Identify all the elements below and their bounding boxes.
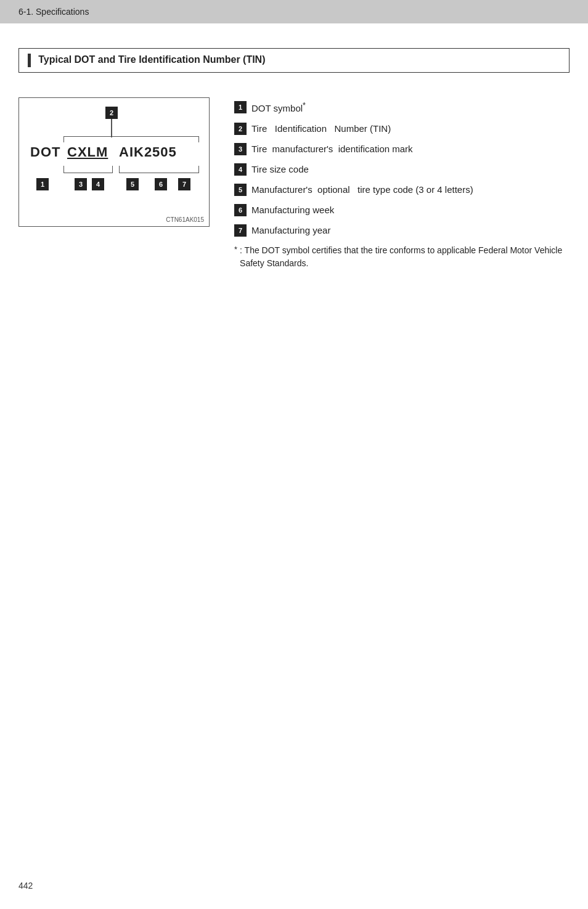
- footnote-star: *: [234, 245, 237, 254]
- footnote-text: : The DOT symbol certifies that the tire…: [240, 244, 570, 270]
- ctn-label: CTN61AK015: [166, 216, 204, 223]
- vert-line-2: [111, 119, 112, 137]
- badge-7: 7: [178, 178, 190, 190]
- badge-item-6: 6: [234, 204, 247, 216]
- badge-4: 4: [92, 178, 104, 190]
- list-text-3: Tire manufacturer's identification mark: [251, 142, 413, 155]
- section-title: Typical DOT and Tire Identification Numb…: [38, 54, 265, 65]
- list-text-7: Manufacturing year: [251, 224, 330, 237]
- list-item-7: 7 Manufacturing year: [234, 224, 570, 237]
- bracket-aik: [119, 166, 199, 173]
- footnote: * : The DOT symbol certifies that the ti…: [234, 244, 570, 270]
- page-number: 442: [18, 881, 33, 891]
- diagram-column: 2 DOT CXLM AIK2505 1 3: [18, 97, 216, 227]
- list-item-2: 2 Tire Identification Number (TIN): [234, 122, 570, 135]
- top-bracket: [63, 136, 199, 142]
- content-layout: 2 DOT CXLM AIK2505 1 3: [18, 97, 570, 270]
- badge-5: 5: [126, 178, 139, 190]
- list-item-5: 5 Manufacturer's optional tire type code…: [234, 183, 570, 196]
- list-item-1: 1 DOT symbol*: [234, 100, 570, 115]
- list-text-5: Manufacturer's optional tire type code (…: [251, 183, 473, 196]
- badge-1: 1: [36, 178, 49, 190]
- list-text-6: Manufacturing week: [251, 203, 334, 216]
- badge-item-1: 1: [234, 101, 247, 113]
- badge-item-3: 3: [234, 143, 247, 155]
- badge-6: 6: [155, 178, 167, 190]
- badge-item-4: 4: [234, 163, 247, 176]
- section-bar-accent: [28, 54, 31, 67]
- aik-label: AIK2505: [119, 144, 177, 160]
- breadcrumb: 6-1. Specifications: [18, 7, 89, 17]
- badge-3: 3: [75, 178, 87, 190]
- list-text-1: DOT symbol*: [251, 100, 306, 115]
- badge-item-5: 5: [234, 184, 247, 196]
- bracket-cxlm: [63, 166, 113, 173]
- list-item-6: 6 Manufacturing week: [234, 203, 570, 216]
- badge-2: 2: [105, 107, 118, 119]
- cxlm-label: CXLM: [67, 144, 108, 160]
- list-item-3: 3 Tire manufacturer's identification mar…: [234, 142, 570, 155]
- main-content: Typical DOT and Tire Identification Numb…: [0, 23, 588, 307]
- top-bar: 6-1. Specifications: [0, 0, 588, 23]
- dot-label: DOT: [30, 144, 60, 160]
- badge-item-2: 2: [234, 123, 247, 135]
- list-text-4: Tire size code: [251, 163, 309, 176]
- list-item-4: 4 Tire size code: [234, 163, 570, 176]
- list-text-2: Tire Identification Number (TIN): [251, 122, 391, 135]
- section-header: Typical DOT and Tire Identification Numb…: [18, 48, 570, 73]
- diagram-box: 2 DOT CXLM AIK2505 1 3: [18, 97, 210, 227]
- badge-item-7: 7: [234, 224, 247, 237]
- list-column: 1 DOT symbol* 2 Tire Identification Numb…: [234, 97, 570, 270]
